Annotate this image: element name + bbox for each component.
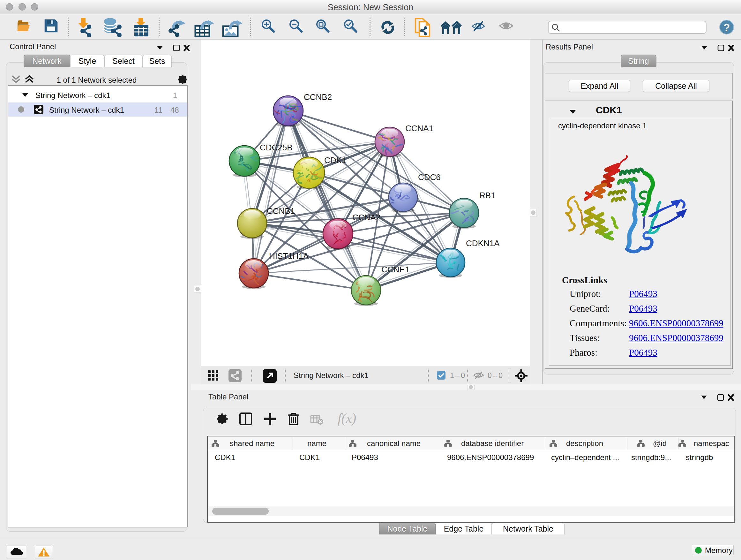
svg-text:CDKN1A: CDKN1A [466,239,500,248]
svg-text:CDC25B: CDC25B [260,143,293,152]
svg-text:RB1: RB1 [479,191,495,200]
svg-text:CCNE1: CCNE1 [381,265,409,274]
svg-text:CDK1: CDK1 [324,155,346,165]
svg-text:CCNB2: CCNB2 [304,92,332,102]
svg-text:CCNA1: CCNA1 [405,124,433,133]
svg-text:CCNA2: CCNA2 [352,212,381,222]
svg-text:CCNB1: CCNB1 [267,206,295,216]
svg-text:CDC6: CDC6 [418,172,441,182]
svg-text:HIST1H1A: HIST1H1A [269,251,309,261]
